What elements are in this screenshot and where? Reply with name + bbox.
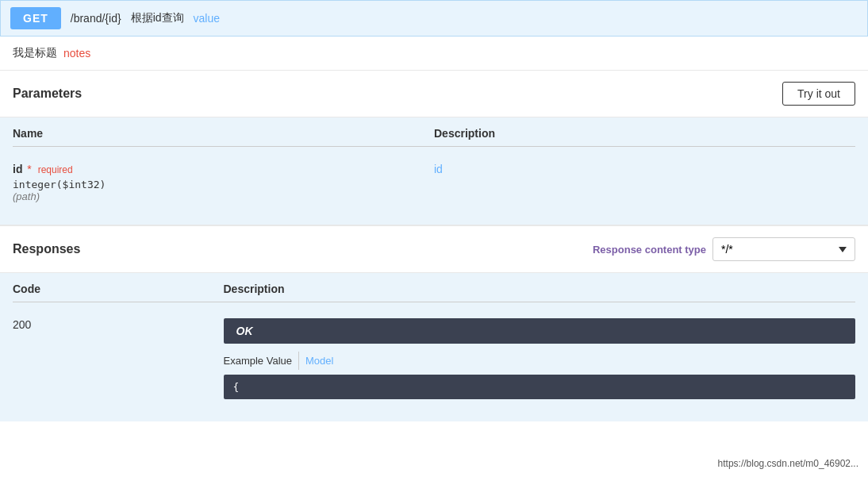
- parameters-header: Parameters Try it out: [0, 71, 868, 117]
- param-row: id * required integer($int32) (path) id: [13, 153, 855, 212]
- resp-code: 200: [13, 318, 224, 399]
- parameters-section-title: Parameters: [13, 87, 82, 101]
- param-location: (path): [13, 190, 434, 202]
- api-value: value: [194, 12, 220, 25]
- col-name-header: Name: [13, 127, 434, 140]
- resp-row-200: 200 OK Example Value Model {: [13, 309, 855, 409]
- example-value-label: Example Value: [224, 352, 299, 370]
- col-description-header: Description: [434, 127, 855, 140]
- responses-table-area: Code Description 200 OK Example Value Mo…: [0, 273, 868, 421]
- resp-col-code-header: Code: [13, 283, 224, 295]
- responses-section-title: Responses: [13, 242, 80, 256]
- param-name-col: id * required integer($int32) (path): [13, 163, 434, 202]
- json-preview: {: [224, 375, 856, 399]
- model-link[interactable]: Model: [299, 352, 333, 370]
- responses-header: Responses Response content type */* appl…: [0, 225, 868, 273]
- param-name: id: [13, 163, 22, 175]
- resp-ok-badge: OK: [224, 318, 856, 344]
- method-badge: GET: [10, 7, 61, 29]
- resp-col-headers: Code Description: [13, 273, 855, 302]
- params-col-headers: Name Description: [13, 117, 855, 147]
- parameters-table-area: Name Description id * required integer($…: [0, 117, 868, 225]
- notes-row: 我是标题 notes: [0, 37, 868, 71]
- notes-text: notes: [63, 47, 90, 60]
- resp-desc-col: OK Example Value Model {: [224, 318, 856, 399]
- response-content-type-label: Response content type: [593, 244, 706, 256]
- responses-section: Responses Response content type */* appl…: [0, 225, 868, 421]
- api-summary: 根据id查询: [131, 11, 184, 25]
- param-type: integer($int32): [13, 179, 434, 190]
- parameters-section: Parameters Try it out Name Description i…: [0, 71, 868, 225]
- param-required-star: *: [27, 163, 31, 175]
- try-it-button[interactable]: Try it out: [782, 82, 855, 106]
- param-desc-col: id: [434, 163, 855, 202]
- param-required-label: required: [38, 164, 73, 175]
- response-content-type-select[interactable]: */* application/json text/plain: [712, 237, 855, 261]
- api-path: /brand/{id}: [71, 12, 121, 25]
- param-desc-value: id: [434, 163, 443, 175]
- param-name-line: id * required: [13, 163, 434, 175]
- api-header: GET /brand/{id} 根据id查询 value: [0, 0, 868, 37]
- example-value-row: Example Value Model: [224, 352, 856, 370]
- response-content-type-area: Response content type */* application/js…: [593, 237, 855, 261]
- resp-col-desc-header: Description: [224, 283, 856, 295]
- notes-title: 我是标题: [13, 46, 57, 60]
